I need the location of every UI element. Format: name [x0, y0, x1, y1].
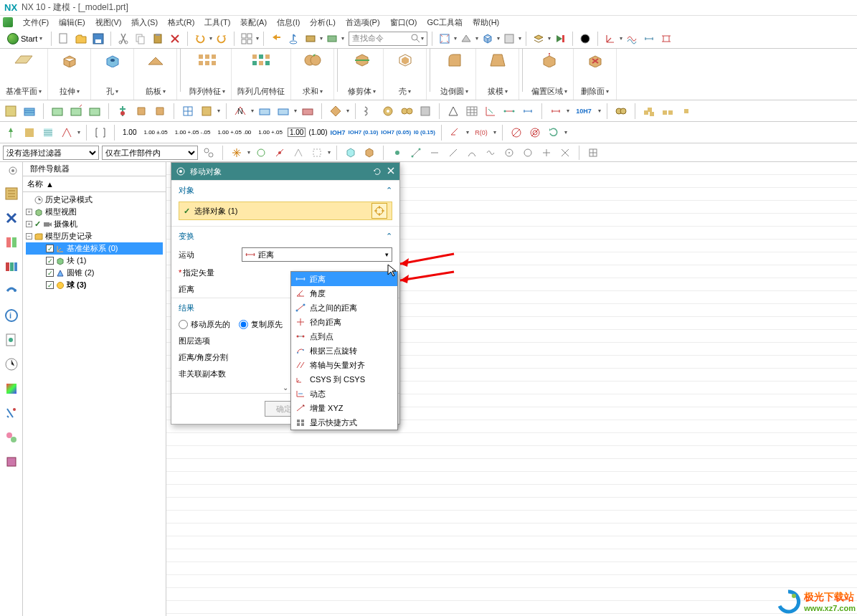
filter-icon-7[interactable]: [343, 145, 359, 161]
dim-ioh7[interactable]: IOH7: [331, 129, 346, 136]
menu-gctoolbox[interactable]: GC工具箱: [425, 17, 464, 28]
dim2-icon[interactable]: [658, 31, 674, 47]
collapse-icon[interactable]: ⌃: [386, 232, 392, 241]
ribbon-offset-region[interactable]: 偏置区域▾: [526, 49, 574, 100]
filter-icon-19[interactable]: [585, 145, 601, 161]
reset-icon[interactable]: [372, 166, 382, 176]
view-cube-icon[interactable]: [480, 31, 496, 47]
ribbon-pattern-feature[interactable]: 阵列特征▾: [184, 49, 232, 100]
ribbon-pattern-geom[interactable]: 阵列几何特征: [232, 49, 291, 100]
ribbon-draft[interactable]: 拔模▾: [476, 49, 519, 100]
table-icon[interactable]: [464, 103, 480, 119]
part-navigator-tab[interactable]: [4, 186, 19, 201]
expand-icon[interactable]: +: [26, 221, 32, 227]
tb2-o[interactable]: [328, 103, 344, 119]
menu-file[interactable]: 文件(F): [22, 17, 50, 28]
tb2-i[interactable]: [180, 103, 196, 119]
collapse-icon[interactable]: ⌃: [386, 186, 392, 195]
cubes3-icon[interactable]: [678, 103, 694, 119]
dialog-titlebar[interactable]: 移动对象: [171, 163, 399, 180]
filter-icon-14[interactable]: [483, 145, 498, 161]
tb2-h[interactable]: [152, 103, 168, 119]
dd-item-radial[interactable]: 径向距离: [291, 315, 397, 329]
dim-spec2[interactable]: IOH7 (0.05): [381, 129, 411, 136]
cut-icon[interactable]: [115, 31, 131, 47]
checkbox-icon[interactable]: ✓: [46, 245, 54, 252]
tb2-n[interactable]: [300, 103, 316, 119]
filter-icon-2[interactable]: [229, 145, 245, 161]
side-tab-3[interactable]: [4, 235, 19, 250]
ribbon-shell[interactable]: 壳▾: [384, 49, 427, 100]
menu-window[interactable]: 窗口(O): [389, 17, 419, 28]
filter-icon-3[interactable]: [253, 145, 269, 161]
box2-icon[interactable]: [501, 31, 517, 47]
measure-icon[interactable]: [501, 103, 517, 119]
dim-paren[interactable]: (1.00): [308, 128, 327, 136]
tb2-p[interactable]: [417, 103, 433, 119]
checkbox-icon[interactable]: ✓: [46, 257, 54, 265]
shade-icon[interactable]: [458, 31, 474, 47]
tree-datum-csys[interactable]: ✓ 基准坐标系 (0): [26, 242, 163, 255]
menu-assembly[interactable]: 装配(A): [239, 17, 268, 28]
color-icon[interactable]: [577, 31, 593, 47]
delete-icon[interactable]: [167, 31, 183, 47]
menu-tools[interactable]: 工具(T): [203, 17, 232, 28]
section-object[interactable]: 对象 ⌃: [171, 180, 399, 199]
tree-sphere[interactable]: ✓ 球 (3): [26, 279, 163, 291]
dim-icon[interactable]: [641, 31, 657, 47]
touch-icon[interactable]: [285, 31, 301, 47]
expand-icon[interactable]: +: [26, 209, 32, 215]
binoculars-icon[interactable]: [613, 103, 629, 119]
radio-copy[interactable]: 复制原先: [239, 319, 283, 330]
gear2-icon[interactable]: [399, 103, 415, 119]
side-tab-6[interactable]: i: [4, 308, 19, 323]
side-tab-12[interactable]: [4, 455, 19, 469]
navigator-column-header[interactable]: 名称 ▲: [23, 176, 166, 192]
pin-icon[interactable]: [3, 125, 19, 141]
checkbox-icon[interactable]: ✓: [46, 281, 54, 289]
layer-icon[interactable]: [531, 31, 546, 47]
collapse-icon[interactable]: −: [26, 233, 32, 240]
cubes-icon[interactable]: [641, 103, 657, 119]
dim-2[interactable]: 1.00 ±.05: [141, 130, 169, 136]
tb2-j[interactable]: [199, 103, 214, 119]
menu-info[interactable]: 信息(I): [275, 17, 301, 28]
filter-icon-15[interactable]: [501, 145, 517, 161]
dd-item-dynamic[interactable]: 动态: [291, 387, 397, 401]
dd-item-delta-xyz[interactable]: 增量 XYZ: [291, 401, 397, 415]
gear-small-icon[interactable]: [380, 103, 396, 119]
ribbon-rib[interactable]: 筋板▾: [134, 49, 177, 100]
dim-box[interactable]: 1.00: [288, 128, 306, 137]
tree-cone[interactable]: ✓ 圆锥 (2): [26, 267, 163, 279]
start-button[interactable]: Start ▾: [3, 32, 47, 46]
tb3-b[interactable]: [40, 125, 56, 141]
dd-item-angle[interactable]: 角度: [291, 286, 397, 300]
side-tab-4[interactable]: [4, 260, 19, 274]
dd-item-pt-distance[interactable]: 点之间的距离: [291, 300, 397, 315]
side-tab-10[interactable]: [4, 406, 19, 420]
filter-icon-10[interactable]: [408, 145, 424, 161]
tree-model-view[interactable]: + 模型视图: [26, 206, 163, 218]
copy-icon[interactable]: [133, 31, 148, 47]
tb2-b[interactable]: [22, 103, 37, 119]
filter-icon-13[interactable]: [464, 145, 480, 161]
motion-dropdown[interactable]: 距离 ▾: [242, 247, 392, 262]
tree-block[interactable]: ✓ 块 (1): [26, 255, 163, 267]
repeat-icon[interactable]: [268, 31, 284, 47]
ribbon-datum-plane[interactable]: 基准平面▾: [0, 49, 48, 100]
axis-red-icon[interactable]: [483, 103, 498, 119]
dim-spec1[interactable]: IOH7 (0.10): [349, 129, 379, 136]
tool-icon-a[interactable]: [303, 31, 318, 47]
open-icon[interactable]: [73, 31, 89, 47]
select-object-row[interactable]: ✓ 选择对象 (1): [179, 202, 392, 220]
checkbox-icon[interactable]: ✓: [46, 269, 54, 277]
filter-icon-18[interactable]: [557, 145, 573, 161]
side-tab-7[interactable]: [4, 333, 19, 347]
ribbon-unite[interactable]: 求和▾: [291, 49, 334, 100]
close-icon[interactable]: [387, 166, 395, 175]
save-icon[interactable]: [90, 31, 106, 47]
menu-analysis[interactable]: 分析(L): [308, 17, 336, 28]
dim-5[interactable]: 1.00 +.05: [256, 129, 285, 136]
dim-spec3[interactable]: I0 (0.15): [414, 129, 435, 136]
side-tab-11[interactable]: [4, 430, 19, 445]
